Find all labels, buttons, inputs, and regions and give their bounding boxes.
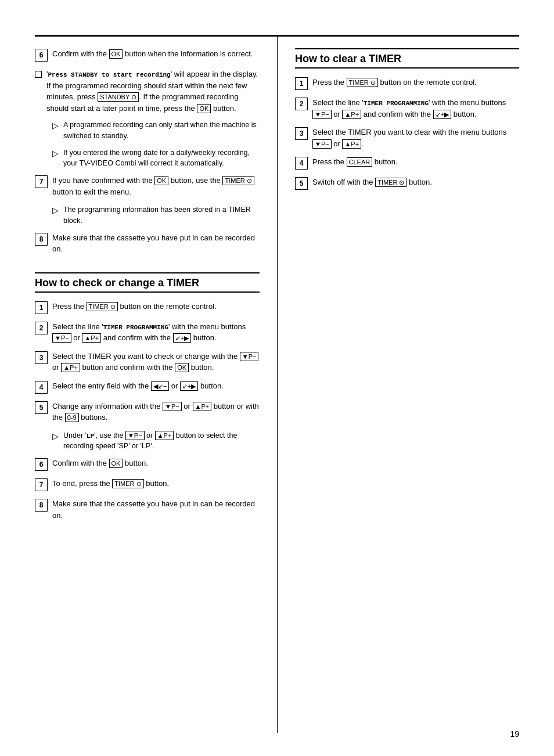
zero-nine-kbd: 0-9 [65,413,79,422]
page-number: 19 [510,729,519,739]
s2-step-3-num: 3 [35,351,48,364]
s2-step-5-block: 5 Change any information with the ▼P− or… [35,401,260,423]
step-8-block: 8 Make sure that the cassette you have p… [35,232,260,255]
s2-step-8-text: Make sure that the cassette you have put… [52,498,260,521]
s2-step-7-block: 7 To end, press the TIMER ⊙ button. [35,478,260,491]
s2-step-3-block: 3 Select the TIMER you want to check or … [35,351,260,373]
vp-minus-kbd5: ▼P− [312,110,332,119]
timer-kbd5: TIMER ⊙ [375,178,406,187]
step-8-number: 8 [35,233,48,246]
s3-step-4-text: Press the CLEAR button. [312,156,519,168]
step-7-text: If you have confirmed with the OK button… [52,175,260,197]
section3-title: How to clear a TIMER [295,48,519,69]
s2-step-2-text: Select the line 'TIMER PROGRAMMING' with… [52,321,260,344]
s2-step-4-num: 4 [35,381,48,394]
left-angle-kbd: ◀↙− [151,381,169,391]
s3-step-4-block: 4 Press the CLEAR button. [295,156,519,170]
s2-step-2-block: 2 Select the line 'TIMER PROGRAMMING' wi… [35,321,260,344]
s3-step-5-text: Switch off with the TIMER ⊙ button. [312,177,519,188]
s3-step-3-num: 3 [295,127,308,140]
step-6-number: 6 [35,49,48,62]
subnote-3-text: The programming information has been sto… [63,204,260,226]
vp-minus-kbd4: ▼P− [125,431,145,440]
s3-step-1-text: Press the TIMER ⊙ button on the remote c… [312,77,519,88]
s2-step-2-num: 2 [35,322,48,334]
square-bullet-icon [35,71,42,78]
standby-kbd: STANDBY ⊙ [98,92,139,102]
s3-step-4-num: 4 [295,157,308,170]
subnote-1-text: A programmed recording can only start wh… [63,120,260,142]
vp-minus-kbd6: ▼P− [312,139,332,149]
s2-step-7-num: 7 [35,478,48,491]
s3-step-1-num: 1 [295,77,308,90]
subnote-1: ▷ A programmed recording can only start … [52,120,260,142]
s2-step-5-num: 5 [35,401,48,414]
arrow-icon-1: ▷ [52,121,59,130]
s2-step-7-text: To end, press the TIMER ⊙ button. [52,478,260,489]
subnote-2: ▷ If you entered the wrong date for a da… [52,147,260,170]
ok-kbd2: OK [197,104,211,113]
arrow-icon-4: ▷ [52,431,59,441]
step-7-block: 7 If you have confirmed with the OK butt… [35,175,260,197]
square-note-block: 'Press STANDBY to start recording' will … [35,69,260,114]
subnote-2-text: If you entered the wrong date for a dail… [63,147,260,170]
ap-plus-kbd3: ▲P+ [193,402,212,411]
section2-title: How to check or change a TIMER [35,272,260,293]
s2-step-6-num: 6 [35,458,48,471]
ap-plus-kbd5: ▲P+ [342,110,361,119]
ap-plus-kbd6: ▲P+ [342,139,361,149]
left-column: 6 Confirm with the OK button when the in… [35,37,277,733]
s3-step-1-block: 1 Press the TIMER ⊙ button on the remote… [295,77,519,90]
timer-kbd2: TIMER ⊙ [87,302,118,311]
s2-step-6-text: Confirm with the OK button. [52,458,260,469]
step-6-block: 6 Confirm with the OK button when the in… [35,48,260,62]
arrow-icon-2: ▷ [52,149,59,158]
s3-step-2-block: 2 Select the line 'TIMER PROGRAMMING' wi… [295,97,519,120]
s3-step-2-num: 2 [295,98,308,110]
vp-minus-kbd2: ▼P− [240,352,259,361]
s3-step-5-num: 5 [295,177,308,190]
s2-step-8-num: 8 [35,499,48,512]
s2-step-3-text: Select the TIMER you want to check or ch… [52,351,260,373]
s3-step-3-text: Select the TIMER you want to clear with … [312,127,519,149]
s2-subnote-1-text: Under 'LP', use the ▼P− or ▲P+ button to… [63,430,260,452]
angle-kbd2: ↙+▶ [180,381,198,391]
ap-plus-kbd1: ▲P+ [82,333,101,343]
ok-kbd: OK [109,49,123,59]
ok-kbd4: OK [175,363,189,372]
angle-kbd3: ↙+▶ [433,110,451,119]
s2-subnote-1: ▷ Under 'LP', use the ▼P− or ▲P+ button … [52,430,260,452]
square-note-text: 'Press STANDBY to start recording' will … [46,69,260,114]
step-8-text: Make sure that the cassette you have put… [52,232,260,255]
step-7-number: 7 [35,175,48,188]
s3-step-5-block: 5 Switch off with the TIMER ⊙ button. [295,177,519,190]
timer-kbd1: TIMER ⊙ [222,176,254,185]
right-column: How to clear a TIMER 1 Press the TIMER ⊙… [277,37,519,733]
timer-kbd3: TIMER ⊙ [112,479,143,488]
s2-step-5-text: Change any information with the ▼P− or ▲… [52,401,260,423]
ap-plus-kbd2: ▲P+ [61,363,80,372]
timer-kbd4: TIMER ⊙ [347,78,378,87]
ok-kbd3: OK [154,176,168,185]
subnote-3: ▷ The programming information has been s… [52,204,260,226]
ok-kbd5: OK [109,459,123,468]
ap-plus-kbd4: ▲P+ [155,431,174,440]
angle-kbd1: ↙+▶ [173,333,191,343]
page: 6 Confirm with the OK button when the in… [0,0,554,756]
s3-step-3-block: 3 Select the TIMER you want to clear wit… [295,127,519,149]
content-area: 6 Confirm with the OK button when the in… [35,37,519,733]
clear-kbd: CLEAR [347,157,373,167]
s2-step-4-text: Select the entry field with the ◀↙− or ↙… [52,380,260,392]
s2-step-4-block: 4 Select the entry field with the ◀↙− or… [35,380,260,394]
vp-minus-kbd3: ▼P− [163,402,182,411]
s2-step-6-block: 6 Confirm with the OK button. [35,458,260,471]
s2-step-1-text: Press the TIMER ⊙ button on the remote c… [52,301,260,312]
s2-step-8-block: 8 Make sure that the cassette you have p… [35,498,260,521]
s2-step-1-block: 1 Press the TIMER ⊙ button on the remote… [35,301,260,314]
s2-step-1-num: 1 [35,301,48,314]
step-6-text: Confirm with the OK button when the info… [52,48,260,60]
s3-step-2-text: Select the line 'TIMER PROGRAMMING' with… [312,97,519,120]
arrow-icon-3: ▷ [52,206,59,215]
vp-minus-kbd1: ▼P− [52,333,71,343]
